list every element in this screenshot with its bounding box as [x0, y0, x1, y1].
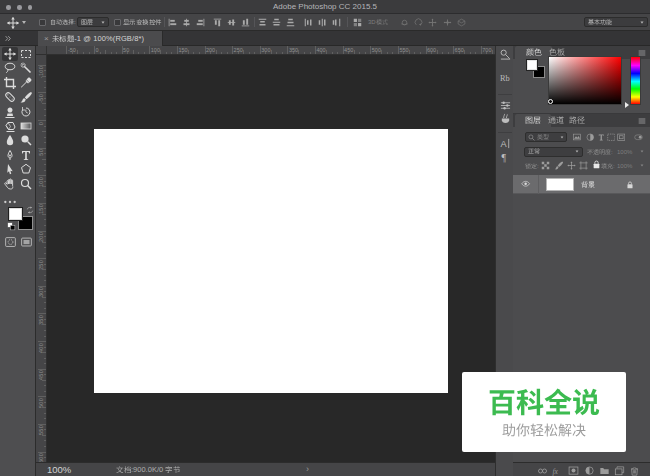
distribute-bottom-edges-icon[interactable] — [286, 18, 295, 27]
screen-mode-icon[interactable] — [20, 237, 33, 248]
lock-transparent-pixels-icon[interactable] — [541, 161, 550, 170]
filter-smart-objects-icon[interactable] — [617, 133, 626, 142]
filter-shape-layers-icon[interactable] — [607, 133, 616, 142]
tool-brush[interactable] — [18, 90, 34, 104]
fill-value[interactable]: 100% — [617, 163, 632, 169]
default-colors-icon[interactable] — [7, 222, 16, 231]
align-horizontal-centers-icon[interactable] — [182, 18, 191, 27]
lock-artboard-icon[interactable] — [579, 161, 588, 170]
tool-dodge[interactable] — [18, 133, 34, 147]
adjustments-panel-icon[interactable] — [500, 49, 511, 60]
libraries-panel-icon[interactable]: Rb — [500, 72, 511, 83]
tool-marquee[interactable] — [18, 47, 34, 61]
toolbar-collapse-chevrons-icon[interactable] — [4, 35, 12, 42]
3d-slide-icon[interactable] — [443, 18, 452, 27]
3d-roll-icon[interactable] — [414, 18, 423, 27]
tool-zoom[interactable] — [18, 177, 34, 191]
align-left-edges-icon[interactable] — [168, 18, 177, 27]
layer-thumbnail[interactable] — [546, 178, 574, 191]
layers-panel-menu-icon[interactable] — [638, 117, 646, 125]
quick-mask-icon[interactable] — [4, 237, 17, 248]
lock-image-pixels-icon[interactable] — [554, 161, 563, 170]
svg-text:A: A — [500, 139, 507, 149]
filter-pixel-layers-icon[interactable] — [572, 133, 582, 141]
layer-name[interactable] — [581, 175, 595, 194]
3d-pan-icon[interactable] — [428, 18, 437, 27]
new-group-icon[interactable] — [599, 466, 610, 476]
tool-type[interactable] — [18, 148, 34, 162]
show-transform-checkbox[interactable] — [114, 19, 121, 26]
filter-type-layers-icon[interactable] — [597, 133, 606, 142]
tool-eraser[interactable] — [2, 119, 18, 133]
properties-panel-icon[interactable] — [500, 100, 511, 111]
add-layer-mask-icon[interactable] — [568, 466, 579, 476]
layer-effects-icon[interactable]: fx — [552, 466, 563, 476]
delete-layer-icon[interactable] — [629, 466, 640, 476]
tool-crop[interactable] — [2, 76, 18, 90]
lock-all-icon[interactable] — [592, 160, 601, 169]
tab-paths[interactable] — [567, 114, 586, 127]
zoom-level-field[interactable]: 100% — [47, 463, 71, 476]
tool-path-select[interactable] — [2, 162, 18, 176]
link-layers-icon[interactable] — [537, 466, 548, 476]
workspace-switcher[interactable] — [584, 17, 648, 27]
align-bottom-edges-icon[interactable] — [241, 18, 250, 27]
color-field-indicator[interactable] — [548, 99, 553, 104]
distribute-vertical-centers-icon[interactable] — [272, 18, 281, 27]
saturation-brightness-field[interactable] — [548, 56, 622, 105]
distribute-left-edges-icon[interactable] — [304, 18, 313, 27]
color-panel-foreground-swatch[interactable] — [526, 59, 538, 71]
vertical-ruler[interactable]: -100-50050100150200250300350400450500550… — [36, 55, 47, 462]
tool-clone-stamp[interactable] — [2, 105, 18, 119]
3d-zoom-icon[interactable] — [457, 18, 466, 27]
document-canvas[interactable] — [94, 129, 448, 393]
swap-colors-icon[interactable] — [26, 206, 34, 214]
tool-move[interactable] — [2, 47, 18, 61]
3d-orbit-icon[interactable] — [400, 18, 409, 27]
filter-toggle-icon[interactable] — [634, 133, 643, 142]
align-vertical-centers-icon[interactable] — [227, 18, 236, 27]
status-chevron-icon[interactable]: › — [306, 463, 309, 476]
brush-presets-panel-icon[interactable] — [500, 113, 511, 124]
layer-row-background[interactable] — [513, 175, 650, 194]
tool-gradient[interactable] — [18, 119, 34, 133]
tool-history-brush[interactable] — [18, 105, 34, 119]
horizontal-ruler[interactable]: -500501001502002503003504004505005506006… — [47, 46, 495, 55]
opacity-value[interactable]: 100% — [617, 149, 632, 155]
tool-magic-wand[interactable] — [18, 61, 34, 75]
title-bar: Adobe Photoshop CC 2015.5 — [0, 0, 650, 14]
tool-pen[interactable] — [2, 148, 18, 162]
lock-position-icon[interactable] — [567, 161, 576, 170]
layer-filter-type-dropdown[interactable] — [525, 132, 567, 142]
auto-align-layers-icon[interactable] — [353, 18, 362, 27]
close-tab-icon[interactable]: × — [38, 34, 52, 43]
foreground-color-swatch[interactable] — [8, 207, 23, 221]
tool-lasso[interactable] — [2, 61, 18, 75]
ruler-origin-box[interactable] — [36, 46, 47, 55]
layer-visibility-eye-icon[interactable] — [519, 180, 532, 189]
document-size-info: :900.0K/0 — [116, 463, 180, 476]
tool-hand[interactable] — [2, 177, 18, 191]
tool-healing-brush[interactable] — [2, 90, 18, 104]
distribute-horizontal-centers-icon[interactable] — [318, 18, 327, 27]
tool-blur[interactable] — [2, 133, 18, 147]
new-adjustment-layer-icon[interactable] — [584, 466, 595, 476]
paragraph-panel-icon[interactable]: ¶ — [500, 152, 511, 163]
align-top-edges-icon[interactable] — [213, 18, 222, 27]
tool-eyedropper[interactable] — [18, 76, 34, 90]
tab-channels[interactable] — [546, 114, 566, 127]
distribute-top-edges-icon[interactable] — [258, 18, 267, 27]
align-right-edges-icon[interactable] — [196, 18, 205, 27]
auto-select-target-dropdown[interactable] — [77, 17, 109, 27]
document-tab[interactable]: × -1 @ 100%(RGB/8*) — [38, 31, 163, 46]
filter-adjustment-layers-icon[interactable] — [586, 133, 595, 142]
character-panel-icon[interactable]: A — [500, 138, 511, 149]
hue-slider[interactable] — [630, 56, 641, 105]
blend-mode-dropdown[interactable] — [524, 147, 583, 157]
tool-shape[interactable] — [18, 162, 34, 176]
new-layer-icon[interactable] — [614, 466, 625, 476]
separator — [164, 17, 165, 27]
tool-preset-caret-icon[interactable] — [22, 21, 26, 24]
distribute-right-edges-icon[interactable] — [332, 18, 341, 27]
auto-select-checkbox[interactable] — [39, 19, 46, 26]
